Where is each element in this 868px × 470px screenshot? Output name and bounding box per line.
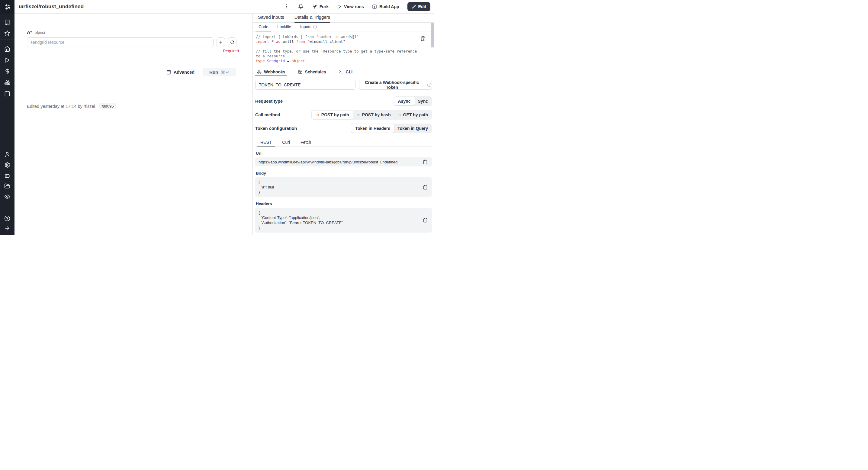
- advanced-button[interactable]: Advanced: [166, 70, 194, 74]
- field-type: object: [35, 30, 45, 35]
- sidebar-divider: [0, 39, 14, 40]
- sidebar: [0, 0, 14, 235]
- workspace-icon[interactable]: [4, 19, 10, 25]
- resources-boxes-icon[interactable]: [4, 80, 10, 86]
- tab-details-triggers[interactable]: Details & Triggers: [294, 13, 330, 23]
- expand-sidebar-icon[interactable]: [4, 225, 10, 231]
- runs-play-icon[interactable]: [4, 57, 10, 63]
- home-icon[interactable]: [4, 46, 10, 52]
- copy-code-button[interactable]: [421, 36, 426, 41]
- run-button[interactable]: Run ⌘↵: [203, 68, 237, 76]
- required-hint: Required: [223, 49, 239, 53]
- token-in-headers[interactable]: Token in Headers: [351, 124, 394, 133]
- call-method-post-by-hash[interactable]: POST by hash: [353, 111, 394, 119]
- required-asterisk: *: [30, 30, 32, 35]
- token-in-query[interactable]: Token in Query: [394, 124, 431, 133]
- request-type-async[interactable]: Async: [394, 97, 415, 105]
- topbar: u/rfiszel/robust_undefined Fork View run…: [14, 0, 434, 13]
- webhooks-body: Create a Webhook-specific Token Request …: [253, 76, 434, 232]
- run-label: Run: [209, 69, 218, 74]
- arrow-up-right-icon: [356, 113, 360, 117]
- workers-robot-icon[interactable]: [4, 173, 10, 179]
- copy-url-button[interactable]: [423, 159, 428, 165]
- token-input[interactable]: [255, 80, 355, 90]
- headers-label: Headers: [255, 201, 432, 206]
- copy-body-button[interactable]: [423, 185, 428, 190]
- advanced-label: Advanced: [174, 70, 194, 74]
- headers-value: { "Content-Type": "application/json", "A…: [258, 210, 420, 230]
- call-method-post-by-path[interactable]: POST by path: [312, 111, 353, 119]
- resource-input[interactable]: [27, 37, 214, 47]
- cli-label: CLI: [346, 69, 353, 74]
- clipboard-icon: [423, 159, 428, 165]
- schedules-calendar-icon[interactable]: [4, 91, 10, 97]
- tab-saved-inputs[interactable]: Saved inputs: [258, 13, 284, 23]
- edited-info: Edited yesterday at 17:14 by rfiszel: [27, 104, 95, 109]
- app-window: u/rfiszel/robust_undefined Fork View run…: [0, 0, 434, 235]
- request-type-sync[interactable]: Sync: [415, 97, 431, 105]
- panel-scrollbar[interactable]: [431, 23, 434, 48]
- request-type-row: Request type Async Sync: [255, 96, 432, 106]
- url-box: https://app.windmill.dev/api/w/windmill-…: [255, 157, 432, 166]
- windmill-logo-icon: [4, 4, 10, 10]
- build-app-label: Build App: [379, 4, 399, 9]
- kebab-icon: [284, 4, 289, 9]
- request-type-label: Request type: [255, 99, 283, 104]
- refresh-button[interactable]: [228, 37, 237, 47]
- clipboard-copy-icon: [421, 36, 426, 41]
- call-method-get-by-path[interactable]: GET by path: [394, 111, 431, 119]
- view-runs-button[interactable]: View runs: [337, 4, 364, 9]
- calendar-icon: [166, 70, 171, 74]
- arrow-up-right-icon: [316, 113, 319, 117]
- calendar-check-icon: [298, 69, 303, 74]
- webhook-icon: [257, 69, 261, 74]
- tab-rest[interactable]: REST: [257, 138, 275, 147]
- tab-lockfile[interactable]: Lockfile: [274, 23, 294, 31]
- folders-icon[interactable]: [4, 183, 10, 189]
- tab-inputs[interactable]: Inputs: [297, 23, 320, 31]
- tab-schedules[interactable]: Schedules: [296, 68, 328, 76]
- snippet-tabs: REST Curl Fetch: [255, 138, 432, 147]
- call-method-label: Call method: [255, 113, 280, 117]
- windmill-logo[interactable]: [0, 0, 14, 13]
- call-method-toggle: POST by path POST by hash GET by path: [311, 110, 432, 120]
- copy-headers-button[interactable]: [423, 218, 428, 223]
- version-badge[interactable]: f8d095: [99, 103, 117, 109]
- tab-fetch[interactable]: Fetch: [297, 138, 314, 147]
- create-webhook-token-button[interactable]: Create a Webhook-specific Token: [359, 80, 432, 90]
- tab-curl[interactable]: Curl: [279, 138, 293, 147]
- panel-tabs: Saved inputs Details & Triggers: [253, 13, 434, 23]
- clipboard-icon: [423, 185, 428, 190]
- fork-button[interactable]: Fork: [312, 4, 329, 9]
- field-name: A: [27, 30, 30, 35]
- audit-eye-icon[interactable]: [4, 194, 10, 200]
- info-icon: [427, 83, 432, 87]
- favorites-star-icon[interactable]: [4, 30, 10, 36]
- help-icon[interactable]: [4, 215, 10, 221]
- fork-label: Fork: [319, 4, 329, 9]
- notifications-button[interactable]: [298, 4, 304, 10]
- settings-gear-icon[interactable]: [4, 162, 10, 168]
- tab-code[interactable]: Code: [255, 23, 271, 31]
- field-label-row: A*object: [27, 30, 237, 35]
- create-token-label: Create a Webhook-specific Token: [360, 80, 424, 90]
- code-comment-1: // import { toWords } from "number-to-wo…: [256, 34, 420, 39]
- tab-inputs-label: Inputs: [300, 25, 311, 29]
- call-method-row: Call method POST by path POST by hash GE…: [255, 110, 432, 120]
- body-value: { "a": null }: [258, 180, 420, 195]
- tab-webhooks[interactable]: Webhooks: [255, 68, 287, 76]
- git-fork-icon: [312, 4, 317, 9]
- add-resource-button[interactable]: [217, 37, 225, 47]
- app-layout-icon: [372, 4, 377, 9]
- tab-cli[interactable]: CLI: [337, 68, 354, 76]
- get-by-path-label: GET by path: [403, 113, 428, 117]
- users-icon[interactable]: [4, 151, 10, 157]
- variables-dollar-icon[interactable]: [4, 68, 10, 74]
- code-type-line: type Sendgrid = object: [256, 59, 420, 63]
- headers-box: { "Content-Type": "application/json", "A…: [255, 208, 432, 232]
- refresh-icon: [230, 40, 235, 44]
- edit-button[interactable]: Edit: [407, 2, 430, 11]
- more-menu-button[interactable]: [284, 4, 290, 10]
- build-app-button[interactable]: Build App: [372, 4, 399, 9]
- token-config-row: Token configuration Token in Headers Tok…: [255, 124, 432, 133]
